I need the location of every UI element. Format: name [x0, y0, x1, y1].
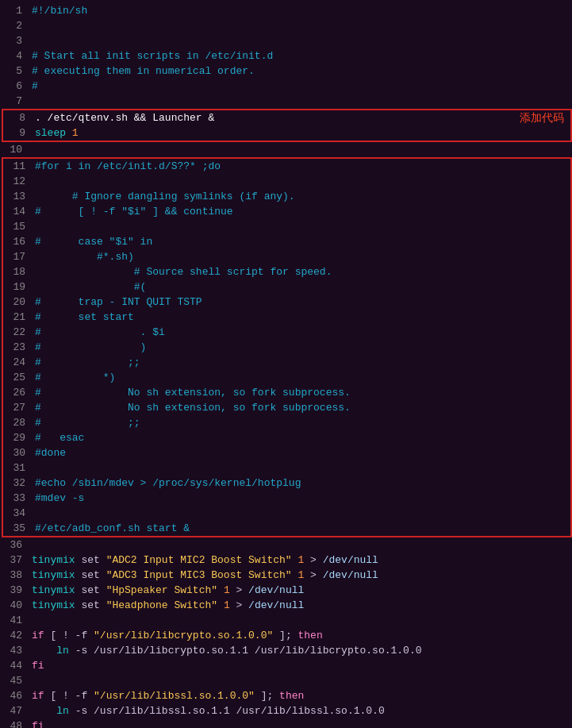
- code-line-25: 25 # *): [3, 370, 570, 385]
- code-line-47: 47 ln -s /usr/lib/libssl.so.1.1 /usr/lib…: [0, 703, 572, 718]
- code-line-4: 4 # Start all init scripts in /etc/init.…: [0, 48, 572, 64]
- code-line-42: 42 if [ ! -f "/usr/lib/libcrypto.so.1.0.…: [0, 628, 572, 643]
- code-line-2: 2: [0, 18, 572, 33]
- code-line-23: 23 # ): [3, 340, 570, 355]
- code-line-7: 7: [0, 94, 572, 109]
- code-line-3: 3: [0, 33, 572, 48]
- code-line-9: 9 sleep 1: [3, 125, 570, 141]
- code-line-29: 29 # esac: [3, 430, 570, 445]
- code-line-38: 38 tinymix set "ADC3 Input MIC3 Boost Sw…: [0, 568, 572, 583]
- code-line-43: 43 ln -s /usr/lib/libcrypto.so.1.1 /usr/…: [0, 643, 572, 658]
- code-line-22: 22 # . $i: [3, 325, 570, 340]
- code-line-35: 35 #/etc/adb_conf.sh start &: [3, 521, 570, 536]
- code-line-27: 27 # No sh extension, so fork subprocess…: [3, 400, 570, 415]
- code-line-8: 8 . /etc/qtenv.sh && Launcher & 添加代码: [3, 110, 570, 125]
- code-line-36: 36: [0, 537, 572, 553]
- code-line-12: 12: [3, 174, 570, 189]
- code-line-20: 20 # trap - INT QUIT TSTP: [3, 295, 570, 310]
- code-line-17: 17 #*.sh): [3, 249, 570, 264]
- code-line-10: 10: [0, 142, 572, 157]
- annotation-add-code: 添加代码: [520, 110, 564, 125]
- code-line-39: 39 tinymix set "HpSpeaker Switch" 1 > /d…: [0, 583, 572, 598]
- code-line-15: 15: [3, 219, 570, 234]
- code-line-48: 48 fi: [0, 718, 572, 728]
- code-line-40: 40 tinymix set "Headphone Switch" 1 > /d…: [0, 598, 572, 613]
- code-line-14: 14 # [ ! -f "$i" ] && continue: [3, 204, 570, 219]
- code-line-37: 37 tinymix set "ADC2 Input MIC2 Boost Sw…: [0, 553, 572, 568]
- code-line-24: 24 # ;;: [3, 355, 570, 370]
- code-line-28: 28 # ;;: [3, 415, 570, 430]
- code-line-45: 45: [0, 673, 572, 688]
- code-line-6: 6 #: [0, 79, 572, 94]
- code-line-30: 30 #done: [3, 445, 570, 460]
- code-line-5: 5 # executing them in numerical order.: [0, 64, 572, 79]
- code-line-31: 31: [3, 460, 570, 476]
- code-line-26: 26 # No sh extension, so fork subprocess…: [3, 385, 570, 400]
- code-line-41: 41: [0, 613, 572, 628]
- code-line-34: 34: [3, 506, 570, 521]
- code-line-32: 32 #echo /sbin/mdev > /proc/sys/kernel/h…: [3, 476, 570, 491]
- code-editor: 1 #!/bin/sh 2 3 4 # Start all init scrip…: [0, 0, 572, 728]
- code-line-1: 1 #!/bin/sh: [0, 3, 572, 18]
- code-line-33: 33 #mdev -s: [3, 491, 570, 506]
- code-line-46: 46 if [ ! -f "/usr/lib/libssl.so.1.0.0" …: [0, 688, 572, 703]
- code-line-16: 16 # case "$i" in: [3, 234, 570, 249]
- code-line-44: 44 fi: [0, 658, 572, 673]
- code-line-21: 21 # set start: [3, 310, 570, 325]
- code-line-11: 11 #for i in /etc/init.d/S??* ;do: [3, 159, 570, 174]
- code-line-13: 13 # Ignore dangling symlinks (if any).: [3, 189, 570, 204]
- code-line-19: 19 #(: [3, 279, 570, 295]
- code-line-18: 18 # Source shell script for speed.: [3, 264, 570, 279]
